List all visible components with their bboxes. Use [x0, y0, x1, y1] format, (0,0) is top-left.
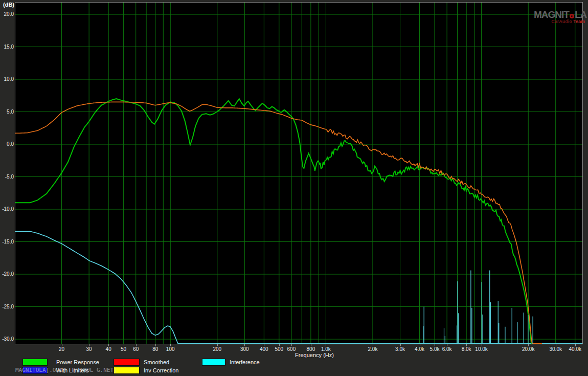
plot-background: [15, 2, 583, 344]
x-tick-label: 800: [307, 346, 315, 352]
legend-swatch-power-response: [22, 359, 48, 366]
legend-label-with-limiters: With Limiters: [56, 367, 89, 374]
x-tick-label: 10.0k: [475, 346, 487, 352]
x-tick-label: 2.0k: [368, 346, 378, 352]
y-tick-label: -30.0: [0, 336, 14, 342]
legend-label-smoothed: Smoothed: [144, 359, 169, 366]
x-tick-label: 300: [240, 346, 249, 352]
logo-wordmark: MAGNITLA: [534, 10, 585, 20]
y-tick-label: -5.0: [0, 174, 14, 180]
x-axis-title: Frequency (Hz): [295, 352, 334, 358]
x-tick-label: 30: [86, 346, 92, 352]
x-tick-label: 100: [166, 346, 175, 352]
x-tick-label: 3.0k: [395, 346, 405, 352]
x-tick-label: 8.0k: [462, 346, 471, 352]
y-tick-label: 15.0: [0, 44, 14, 50]
legend-swatch-inv-correction: [114, 367, 140, 374]
x-tick-label: 400: [260, 346, 268, 352]
y-tick-label: 5.0: [0, 109, 14, 115]
x-tick-label: 20: [59, 346, 64, 352]
legend-label-interference: Interference: [230, 359, 260, 366]
y-tick-label: -25.0: [0, 304, 14, 310]
y-tick-label: -20.0: [0, 271, 14, 277]
app-window: (dB) 20.015.010.05.00.0-5.0-10.0-15.0-20…: [0, 0, 588, 376]
legend-swatch-interference: [202, 359, 225, 366]
y-tick-label: 10.0: [0, 76, 14, 82]
frequency-response-chart: [15, 2, 583, 344]
legend-label-power-response: Power Response: [56, 359, 99, 366]
y-tick-label: 0.0: [0, 141, 14, 147]
y-tick-label: -10.0: [0, 206, 14, 212]
x-tick-label: 600: [287, 346, 296, 352]
x-tick-label: 4.0k: [415, 346, 424, 352]
logo-target-icon: [570, 14, 574, 18]
x-tick-label: 5.0k: [430, 346, 440, 352]
x-tick-label: 1.0k: [321, 346, 331, 352]
x-tick-label: 50: [121, 346, 126, 352]
x-tick-label: 500: [275, 346, 283, 352]
x-tick-label: 60: [133, 346, 139, 352]
magnitola-logo: MAGNITLA CarAudio Team: [534, 10, 585, 24]
x-tick-label: 80: [152, 346, 158, 352]
y-tick-label: -15.0: [0, 239, 14, 245]
y-axis-unit-label: (dB): [3, 2, 14, 8]
x-tick-label: 20.0k: [522, 346, 534, 352]
legend-swatch-smoothed: [114, 359, 140, 366]
legend-label-inv-correction: Inv Correction: [144, 367, 178, 374]
x-tick-label: 40: [106, 346, 111, 352]
x-tick-label: 6.0k: [442, 346, 452, 352]
x-tick-label: 30.0k: [550, 346, 562, 352]
x-tick-label: 40.0k: [569, 346, 581, 352]
x-tick-label: 200: [213, 346, 221, 352]
y-tick-label: 20.0: [0, 11, 14, 17]
